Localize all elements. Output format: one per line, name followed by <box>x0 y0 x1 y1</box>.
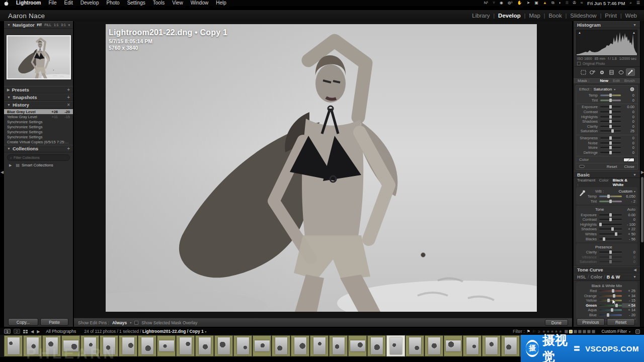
filmstrip-thumbnail-9[interactable] <box>176 335 195 356</box>
effect-close-button[interactable]: Close <box>624 164 634 169</box>
filmstrip-thumbnail-14[interactable] <box>272 335 290 356</box>
white-balance-dropper-icon[interactable] <box>578 188 586 197</box>
presets-header[interactable]: ▶ Presets + <box>4 86 73 94</box>
effect-detail-thumb-sharpness[interactable] <box>609 136 612 140</box>
location-icon[interactable]: ➤ <box>527 0 530 6</box>
paste-button[interactable]: Paste <box>40 318 68 326</box>
color-label-chip-2[interactable] <box>574 330 577 333</box>
history-collapse-icon[interactable]: ▼ <box>7 103 11 107</box>
filter-lock-icon[interactable] <box>635 329 640 334</box>
menu-item-tools[interactable]: Tools <box>153 0 165 6</box>
navigator-thumbnail[interactable] <box>7 35 71 79</box>
effect-tone-thumb-clarity[interactable] <box>609 125 612 128</box>
basic-tone-thumb-blacks[interactable] <box>603 237 605 241</box>
mask-option-edit[interactable]: Edit <box>613 78 620 83</box>
histogram-header[interactable]: Histogram ▼ <box>574 21 640 28</box>
effect-detail-thumb-moire[interactable] <box>609 146 612 149</box>
snapshots-add-icon[interactable]: + <box>67 95 70 100</box>
wifi-icon[interactable]: ≈ <box>581 0 583 6</box>
basic-wb-track-temp[interactable] <box>599 196 622 197</box>
hsl-tab-color[interactable]: Color <box>591 275 603 280</box>
crop-tool-icon[interactable] <box>579 68 588 76</box>
effect-tone-track-shadows[interactable] <box>600 121 621 122</box>
previous-photo-arrow-icon[interactable]: ◀ <box>31 329 34 334</box>
notification-badge-icon[interactable]: N¹ <box>484 0 488 6</box>
effect-detail-track-noise[interactable] <box>600 142 621 144</box>
done-button[interactable]: Done <box>545 319 568 326</box>
wb-dropdown-icon[interactable]: ▾ <box>634 190 635 193</box>
highlight-clipping-icon[interactable]: ▲ <box>632 31 635 34</box>
shadow-clipping-icon[interactable]: ▲ <box>578 31 581 34</box>
nav-zoom-dropdown-icon[interactable]: ▾ <box>68 23 70 27</box>
bw-mix-thumb-yellow[interactable] <box>607 299 610 302</box>
tone-curve-header[interactable]: Tone Curve ◀ <box>574 266 640 274</box>
collection-item-smart-collections[interactable]: ▶ ▤ Smart Collections <box>4 162 73 168</box>
filmstrip-thumbnail-16[interactable] <box>310 335 329 356</box>
basic-tone-track-exposure[interactable] <box>599 214 622 216</box>
nav-zoom-fill[interactable]: FILL <box>44 23 51 27</box>
filmstrip-thumbnail-10[interactable] <box>195 335 214 356</box>
spot-removal-tool-icon[interactable] <box>588 68 597 76</box>
color-swatch[interactable] <box>623 158 634 162</box>
basic-presence-track-vibrance[interactable] <box>599 256 622 258</box>
mask-option-brush[interactable]: Brush <box>624 78 635 83</box>
flag-reject-icon[interactable]: ⚐ <box>532 329 536 334</box>
filmstrip-thumbnail-7[interactable] <box>138 335 156 356</box>
left-panel-collapse-arrow[interactable]: ◀ <box>1 170 4 174</box>
capture-icon[interactable]: ▣ <box>534 0 538 6</box>
filmstrip-thumbnail-15[interactable] <box>291 335 309 356</box>
basic-tone-track-shadows[interactable] <box>599 228 622 230</box>
filmstrip-thumbnail-11[interactable] <box>214 335 233 356</box>
red-eye-tool-icon[interactable] <box>598 68 607 76</box>
warning-icon[interactable]: ▲ <box>543 0 547 6</box>
second-window-button[interactable]: 2 <box>14 329 20 334</box>
edit-pins-dropdown-icon[interactable]: ▾ <box>130 321 131 324</box>
filmstrip-thumbnail-12[interactable] <box>233 335 252 356</box>
menubar-clock[interactable]: Fri Jun 5 7:46 PM <box>587 1 625 6</box>
basic-presence-thumb-clarity[interactable] <box>609 250 612 254</box>
basic-wb-thumb-temp[interactable] <box>607 195 610 198</box>
collections-add-icon[interactable]: + <box>67 146 70 151</box>
collections-filter-input[interactable]: ⌕ Filter Collections <box>7 154 70 161</box>
input-source-icon[interactable]: ⑂ <box>493 0 495 6</box>
history-item-5[interactable]: Synchronize Settings <box>4 134 73 139</box>
custom-filter-caret-icon[interactable]: ▾ <box>629 330 630 333</box>
effect-tone-track-highlights[interactable] <box>600 116 621 118</box>
original-photo-checkbox[interactable] <box>577 62 581 65</box>
next-photo-arrow-icon[interactable]: ▶ <box>37 329 40 334</box>
bw-mix-track-green[interactable] <box>599 305 622 306</box>
basic-tone-thumb-whites[interactable] <box>615 232 617 236</box>
histogram-collapse-icon[interactable]: ▼ <box>633 23 636 27</box>
menu-item-edit[interactable]: Edit <box>64 0 73 6</box>
windows-icon[interactable]: ⧉ <box>551 0 554 6</box>
nav-zoom-fit[interactable]: FIT <box>37 23 42 27</box>
nav-zoom-1-1[interactable]: 1:1 <box>54 23 58 27</box>
bw-mix-thumb-red[interactable] <box>612 289 614 293</box>
bw-mix-thumb-aqua[interactable] <box>611 308 613 312</box>
display-icon[interactable]: ⍐ <box>566 0 568 6</box>
treatment-option-color[interactable]: Color <box>599 178 609 187</box>
filmstrip-thumbnail-18[interactable] <box>348 335 367 356</box>
basic-tone-track-whites[interactable] <box>599 233 622 235</box>
reset-button[interactable]: Reset <box>607 318 635 326</box>
effect-value[interactable]: Saturation <box>594 87 612 92</box>
collections-collapse-icon[interactable]: ▼ <box>7 147 11 150</box>
basic-presence-thumb-vibrance[interactable] <box>609 255 612 259</box>
spotlight-search-icon[interactable]: ⌕ <box>629 0 631 6</box>
effect-tone-track-saturation[interactable] <box>600 130 621 132</box>
presets-collapse-icon[interactable]: ▶ <box>7 88 10 92</box>
panel-toggle-switch[interactable] <box>579 165 585 168</box>
navigator-header[interactable]: ▼ Navigator FITFILL1:13:1▾ <box>4 21 73 29</box>
radial-filter-tool-icon[interactable] <box>616 68 625 76</box>
basic-presence-track-clarity[interactable] <box>599 251 622 253</box>
bw-mix-thumb-orange[interactable] <box>613 294 615 298</box>
effect-wb-thumb-temp[interactable] <box>609 94 612 97</box>
mask-option-new[interactable]: New <box>600 78 608 83</box>
auto-tone-button[interactable]: Auto <box>627 207 635 212</box>
filmstrip-thumbnail-20[interactable] <box>386 335 405 356</box>
module-tab-library[interactable]: Library <box>472 13 490 19</box>
menu-item-view[interactable]: View <box>172 0 183 6</box>
history-item-2[interactable]: Synchronize Settings <box>4 119 73 124</box>
history-item-3[interactable]: Synchronize Settings <box>4 124 73 129</box>
effect-detail-track-defringe[interactable] <box>600 152 621 153</box>
